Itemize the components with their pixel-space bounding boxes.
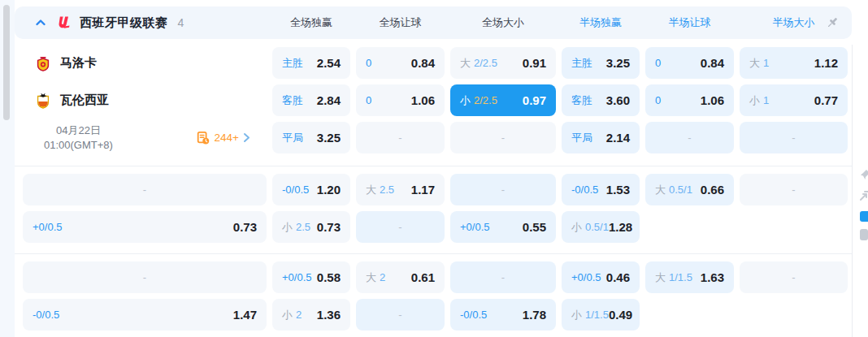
odds-cell-half-handicap-away-alt2[interactable]: -0/0.51.78 [450, 299, 556, 331]
ou-label: 大 [655, 183, 666, 197]
league-title[interactable]: 西班牙甲级联赛 [80, 15, 168, 31]
odds-label: 平局 [282, 131, 303, 145]
more-markets-link[interactable]: 244+ [196, 131, 250, 145]
ou-label: 小 [460, 93, 471, 108]
ou-line: 2.5 [296, 221, 310, 233]
odds-cell-full-handicap-away-alt2[interactable]: -0/0.51.47 [23, 299, 267, 331]
match-meta-row: 04月22日 01:00(GMT+8) 244+ [23, 122, 267, 153]
odds-cell-full-handicap-home-alt2[interactable]: +0/0.50.58 [272, 261, 350, 293]
odds-label: 平局 [571, 131, 592, 145]
handicap-line: -0/0.5 [460, 309, 487, 321]
match-odds-group-alt2: - +0/0.50.58 大20.61 - +0/0.50.46 大1/1.51… [15, 254, 852, 337]
odds-value: 0.58 [317, 270, 341, 284]
odds-cell-empty: - [356, 211, 445, 243]
odds-cell-half-under[interactable]: 小10.77 [740, 84, 848, 116]
pushpin-icon[interactable] [824, 15, 840, 31]
handicap-line: 0 [655, 57, 661, 69]
odds-value: 0.97 [523, 93, 546, 107]
odds-cell-full-handicap-away[interactable]: 01.06 [356, 84, 445, 116]
ou-line: 1/1.5 [669, 271, 692, 283]
odds-cell-full-over-alt2[interactable]: 大20.61 [356, 261, 445, 293]
handicap-line: -0/0.5 [33, 309, 59, 321]
odds-cell-half-handicap-away-alt[interactable]: +0/0.50.55 [450, 211, 556, 243]
match-date: 04月22日 [44, 123, 113, 138]
odds-value: 1.36 [317, 308, 341, 322]
odds-value: 1.47 [233, 308, 257, 322]
odds-cell-half-under-alt[interactable]: 小0.5/11.28 [562, 211, 640, 243]
laliga-logo-icon [55, 15, 72, 31]
odds-cell-empty: - [356, 299, 445, 331]
column-header-full-1x2: 全场独赢 [272, 6, 350, 39]
arrow-tool-icon[interactable] [860, 191, 868, 201]
counter-badge[interactable] [860, 211, 868, 222]
odds-cell-half-handicap-away[interactable]: 01.06 [645, 84, 734, 116]
odds-cell-full-handicap-home[interactable]: 00.84 [356, 47, 445, 79]
vertical-scrollbar[interactable] [0, 0, 15, 337]
odds-cell-full-handicap-away-alt[interactable]: +0/0.50.73 [23, 211, 267, 243]
odds-cell-half-handicap-home-alt2[interactable]: +0/0.50.46 [562, 261, 640, 293]
odds-cell-half-over-alt2[interactable]: 大1/1.51.63 [645, 261, 734, 293]
odds-cell-half-under-alt2[interactable]: 小1/1.50.49 [562, 299, 640, 331]
pin-tool-icon[interactable] [860, 169, 868, 180]
odds-value: 2.14 [606, 131, 630, 145]
odds-cell-full-under-alt2[interactable]: 小21.36 [272, 299, 350, 331]
match-odds-group-main: 马洛卡 主胜2.54 00.84 大2/2.50.91 主胜3.25 00.84… [15, 39, 852, 166]
odds-cell-half-home-win[interactable]: 主胜3.25 [562, 47, 640, 79]
odds-cell-full-away-win[interactable]: 客胜2.84 [272, 84, 350, 116]
league-header-left: 西班牙甲级联赛 4 [23, 6, 267, 39]
odds-value: 0.49 [609, 308, 632, 322]
odds-cell-full-draw[interactable]: 平局3.25 [272, 122, 350, 153]
odds-cell-half-handicap-home[interactable]: 00.84 [645, 47, 734, 79]
odds-value: 1.17 [411, 183, 435, 197]
odds-cell-half-handicap-home-alt[interactable]: -0/0.51.53 [562, 174, 640, 205]
chevron-right-icon [243, 132, 250, 143]
odds-label: 客胜 [571, 93, 592, 108]
mallorca-crest-icon [34, 54, 52, 72]
scrollbar-thumb[interactable] [3, 5, 10, 120]
chevron-up-icon[interactable] [34, 16, 47, 29]
odds-value: 3.25 [606, 56, 630, 70]
handicap-line: +0/0.5 [571, 271, 601, 283]
column-header-half-handicap: 半场让球 [645, 6, 734, 39]
league-match-count: 4 [178, 16, 184, 29]
handle-icon[interactable] [860, 229, 868, 240]
odds-label: 主胜 [571, 56, 592, 71]
home-team-row[interactable]: 马洛卡 [23, 47, 267, 79]
ou-label: 小 [571, 308, 582, 322]
ou-label: 小 [571, 220, 582, 235]
odds-cell-full-under-selected[interactable]: 小2/2.50.97 [450, 84, 556, 116]
handicap-line: +0/0.5 [282, 271, 312, 283]
handicap-line: -0/0.5 [282, 184, 309, 196]
odds-value: 1.53 [606, 183, 630, 197]
league-panel: 西班牙甲级联赛 4 全场独赢 全场让球 全场大小 半场独赢 半场让球 半场大小 … [15, 0, 852, 337]
ou-line: 1 [763, 57, 769, 69]
odds-cell-empty: - [23, 174, 267, 205]
ou-label: 小 [749, 93, 760, 108]
odds-value: 0.46 [606, 270, 630, 284]
odds-list-clock-icon [196, 131, 210, 145]
ou-label: 大 [366, 183, 376, 197]
ou-label: 大 [460, 56, 471, 71]
odds-cell-half-draw[interactable]: 平局2.14 [562, 122, 640, 153]
odds-value: 3.60 [606, 93, 630, 107]
ou-line: 2.5 [380, 184, 394, 196]
odds-value: 1.06 [411, 93, 435, 107]
odds-screen: 西班牙甲级联赛 4 全场独赢 全场让球 全场大小 半场独赢 半场让球 半场大小 … [0, 0, 868, 337]
odds-cell-full-handicap-home-alt[interactable]: -0/0.51.20 [272, 174, 350, 205]
odds-cell-full-under-alt[interactable]: 小2.50.73 [272, 211, 350, 243]
match-odds-group-alt1: - -0/0.51.20 大2.51.17 - -0/0.51.53 大0.5/… [15, 166, 852, 254]
odds-cell-full-over[interactable]: 大2/2.50.91 [450, 47, 556, 79]
odds-value: 1.78 [523, 308, 546, 322]
odds-cell-half-over-alt[interactable]: 大0.5/10.66 [645, 174, 734, 205]
match-time: 01:00(GMT+8) [44, 138, 113, 153]
ou-label: 大 [366, 270, 376, 285]
ou-label: 小 [282, 220, 293, 235]
odds-cell-full-home-win[interactable]: 主胜2.54 [272, 47, 350, 79]
odds-cell-half-away-win[interactable]: 客胜3.60 [562, 84, 640, 116]
odds-value: 1.28 [609, 220, 632, 234]
odds-cell-half-over[interactable]: 大11.12 [740, 47, 848, 79]
odds-cell-full-over-alt[interactable]: 大2.51.17 [356, 174, 445, 205]
ou-label: 小 [282, 308, 293, 322]
markets-count: 244+ [215, 132, 239, 144]
away-team-row[interactable]: 瓦伦西亚 [23, 84, 267, 116]
